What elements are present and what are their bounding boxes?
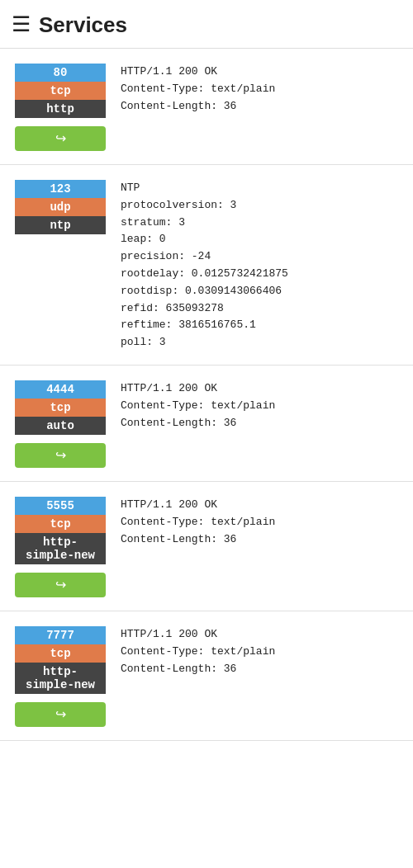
proto-badge: tcp [15,515,106,533]
port-badge: 123 [15,180,106,198]
redirect-button[interactable]: ↪ [15,126,106,151]
service-item: 5555tcphttp-simple-newHTTP/1.1 200 OK Co… [0,482,413,611]
page-title: Services [39,12,127,38]
proto-badge: tcp [15,82,106,100]
page-header: ☰ Services [0,0,413,49]
redirect-arrow-icon: ↪ [55,449,66,462]
redirect-arrow-icon: ↪ [55,708,66,721]
redirect-arrow-icon: ↪ [55,132,66,145]
service-info: HTTP/1.1 200 OK Content-Type: text/plain… [121,64,275,115]
service-badge: http [15,100,106,118]
port-badge: 4444 [15,380,106,399]
service-badge: http-simple-new [15,533,106,564]
service-row: 123udpntpNTP protocolversion: 3 stratum:… [15,180,398,351]
redirect-arrow-icon: ↪ [55,578,66,592]
proto-badge: tcp [15,399,106,417]
service-badge: http-simple-new [15,663,106,694]
service-item: 123udpntpNTP protocolversion: 3 stratum:… [0,165,413,366]
port-badge: 5555 [15,497,106,515]
proto-badge: udp [15,198,106,216]
service-info: HTTP/1.1 200 OK Content-Type: text/plain… [121,497,275,548]
badge-stack: 7777tcphttp-simple-new [15,626,106,694]
service-info: HTTP/1.1 200 OK Content-Type: text/plain… [121,380,275,432]
redirect-button[interactable]: ↪ [15,702,106,727]
badge-stack: 123udpntp [15,180,106,234]
port-badge: 7777 [15,626,106,644]
redirect-button[interactable]: ↪ [15,443,106,468]
service-row: 7777tcphttp-simple-newHTTP/1.1 200 OK Co… [15,626,398,694]
proto-badge: tcp [15,644,106,663]
services-icon: ☰ [12,12,31,38]
service-info: HTTP/1.1 200 OK Content-Type: text/plain… [121,626,275,677]
badge-stack: 5555tcphttp-simple-new [15,497,106,564]
service-item: 4444tcpautoHTTP/1.1 200 OK Content-Type:… [0,366,413,482]
service-row: 5555tcphttp-simple-newHTTP/1.1 200 OK Co… [15,497,398,564]
badge-stack: 4444tcpauto [15,380,106,435]
port-badge: 80 [15,64,106,82]
services-list: 80tcphttpHTTP/1.1 200 OK Content-Type: t… [0,49,413,741]
service-item: 7777tcphttp-simple-newHTTP/1.1 200 OK Co… [0,611,413,741]
service-info: NTP protocolversion: 3 stratum: 3 leap: … [121,180,288,351]
service-row: 4444tcpautoHTTP/1.1 200 OK Content-Type:… [15,380,398,435]
service-row: 80tcphttpHTTP/1.1 200 OK Content-Type: t… [15,64,398,118]
badge-stack: 80tcphttp [15,64,106,118]
service-badge: auto [15,417,106,435]
service-badge: ntp [15,216,106,234]
redirect-button[interactable]: ↪ [15,573,106,597]
service-item: 80tcphttpHTTP/1.1 200 OK Content-Type: t… [0,49,413,165]
